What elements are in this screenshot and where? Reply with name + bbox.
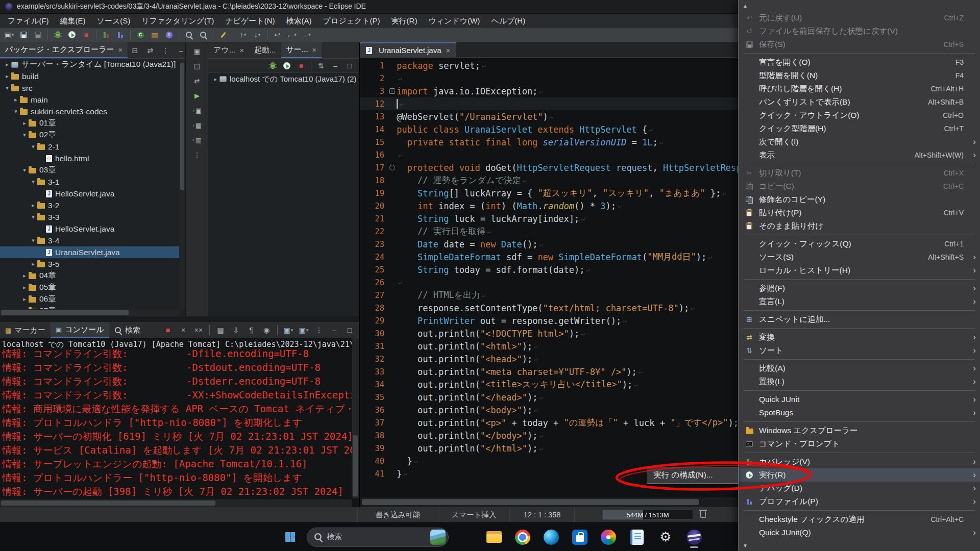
toolbar-forward-button[interactable]: →▾ <box>299 29 312 41</box>
menu-item-quick-type-hierarchy[interactable]: クイック型階層(H)Ctrl+T <box>739 122 980 135</box>
menubar-item-search[interactable]: 検索(A) <box>280 14 317 28</box>
tree-item-uranaiservlet[interactable]: UranaiServlet.java <box>0 246 179 258</box>
toolbar-open-type-button[interactable] <box>197 29 210 41</box>
menu-item-coverage-as[interactable]: カバレッジ(V)› <box>739 455 980 468</box>
console-vertical-scrollbar[interactable] <box>352 338 359 498</box>
taskbar-settings-icon[interactable] <box>654 525 677 549</box>
package-explorer-vertical-scrollbar[interactable] <box>179 59 185 309</box>
menu-item-compare-with[interactable]: 比較(A)› <box>739 362 980 375</box>
console-remove-launch-button[interactable]: × <box>177 324 190 336</box>
minimized-view-outline-button[interactable]: ▤ <box>188 60 206 71</box>
menu-item-copy-qualified-name[interactable]: 修飾名のコピー(Y) <box>739 193 980 206</box>
minimized-view-b-button[interactable]: ›▦ <box>188 119 206 131</box>
pkg-view-menu-button[interactable]: ⋮ <box>159 44 172 57</box>
garbage-collect-icon[interactable] <box>700 511 706 518</box>
console-word-wrap-button[interactable]: ¶ <box>244 324 258 336</box>
menu-item-quick-fix[interactable]: クイック・フィックス(Q)Ctrl+1 <box>739 237 980 251</box>
menu-item-source[interactable]: ソース(S)Alt+Shift+S› <box>739 251 980 264</box>
tree-item-ch04[interactable]: ▸04章 <box>0 270 179 282</box>
minimized-view-c-button[interactable]: ›▥ <box>188 134 206 145</box>
start-button[interactable] <box>278 525 302 549</box>
toolbar-debug-button[interactable] <box>51 29 64 41</box>
tree-item-ch07[interactable]: ▸07章 <box>0 305 179 309</box>
toolbar-back-button[interactable]: ←▾ <box>285 29 298 41</box>
close-icon[interactable]: × <box>312 45 316 54</box>
menu-item-windows-explorer[interactable]: Windows エクスプローラー <box>739 424 980 437</box>
toolbar-new-class-button[interactable] <box>134 29 147 41</box>
menu-item-sort[interactable]: ソート› <box>739 344 980 357</box>
tree-item-ch06[interactable]: ▸06章 <box>0 293 179 305</box>
tree-item-src[interactable]: ▾src <box>0 82 179 94</box>
menu-item-local-history[interactable]: ローカル・ヒストリー(H)› <box>739 264 980 277</box>
console-display-selected-console-button[interactable]: ▣▾ <box>282 324 295 336</box>
tab-markers[interactable]: ▦マーカー <box>0 322 51 338</box>
toolbar-new-wizard-button[interactable]: ▣▾ <box>3 29 16 41</box>
menubar-item-window[interactable]: ウィンドウ(W) <box>423 14 485 28</box>
minimized-view-launch-button[interactable]: ▶ <box>188 90 206 101</box>
menu-item-paste-as-is[interactable]: そのまま貼り付け <box>739 219 980 233</box>
toolbar-stop-button[interactable]: ■ <box>80 29 93 41</box>
taskbar-search[interactable]: 検索 <box>307 528 449 547</box>
menubar-item-source[interactable]: ソース(S) <box>91 14 136 28</box>
toolbar-new-interface-button[interactable] <box>162 29 176 41</box>
console-scroll-lock-button[interactable]: ⇩ <box>229 324 242 336</box>
tree-item-ch01[interactable]: ▸01章 <box>0 117 179 129</box>
menu-scroll-down[interactable]: ▼ <box>739 540 980 551</box>
tab-outline[interactable]: アウ...× <box>208 42 249 58</box>
console-output[interactable]: localhost での Tomcat10 (Java17) [Apache T… <box>0 338 352 498</box>
servers-debug-button[interactable] <box>266 60 279 72</box>
taskbar-app-window-icon[interactable] <box>454 525 477 549</box>
menu-item-spotbugs[interactable]: SpotBugs› <box>739 406 980 419</box>
console-clear-console-button[interactable]: ▤ <box>214 324 227 336</box>
menu-item-profile-as[interactable]: プロファイル(P)› <box>739 495 980 508</box>
tab-uranaiservlet-java[interactable]: UranaiServlet.java × <box>360 42 456 57</box>
tab-servers[interactable]: サー...× <box>281 42 322 58</box>
menu-item-show-in[interactable]: 表示Alt+Shift+W(W)› <box>739 148 980 162</box>
menu-scroll-up[interactable]: ▲ <box>739 0 980 11</box>
tree-item-main[interactable]: ▸main <box>0 94 179 106</box>
menu-item-references[interactable]: 参照(F)› <box>739 282 980 295</box>
menu-item-quick-junit[interactable]: Quick JUnit› <box>739 393 980 406</box>
close-icon[interactable]: × <box>118 45 123 54</box>
toolbar-save-all-button[interactable] <box>31 29 44 41</box>
menubar-item-file[interactable]: ファイル(F) <box>2 14 55 28</box>
menu-item-add-to-snippets[interactable]: スニペットに追加... <box>739 313 980 326</box>
console-pin-console-button[interactable]: ◉ <box>260 324 273 336</box>
servers-start-button[interactable] <box>280 60 293 72</box>
menu-item-quick-junit-q[interactable]: Quick JUnit(Q)› <box>739 526 980 539</box>
menu-item-open-declaration[interactable]: 宣言を開く(O)F3 <box>739 56 980 69</box>
tab-search[interactable]: 検索 <box>109 322 145 338</box>
menu-item-quick-outline[interactable]: クイック・アウトライン(O)Ctrl+O <box>739 109 980 122</box>
menu-item-debug-as[interactable]: デバッグ(D)› <box>739 482 980 495</box>
toolbar-last-edit-location-button[interactable]: ↩ <box>271 29 284 41</box>
menubar-item-run[interactable]: 実行(R) <box>386 14 423 28</box>
tree-item-3-5[interactable]: ▸3-5 <box>0 258 179 270</box>
console-remove-all-launches-button[interactable]: ×× <box>192 324 205 336</box>
toolbar-next-annotation-button[interactable]: ↓▾ <box>251 29 264 41</box>
tree-item-ch05[interactable]: ▸05章 <box>0 282 179 293</box>
tab-package-explorer[interactable]: パッケージ・エクスプローラー × <box>0 42 128 58</box>
toolbar-save-button[interactable] <box>17 29 30 41</box>
servers-stop-button[interactable]: ■ <box>295 60 308 72</box>
fold-collapsed-icon[interactable]: + <box>389 88 395 94</box>
menubar-item-edit[interactable]: 編集(E) <box>55 14 91 28</box>
menubar-item-project[interactable]: プロジェクト(P) <box>317 14 385 28</box>
servers-minimize-button[interactable]: – <box>329 60 342 72</box>
minimized-view-a-button[interactable]: ›▣ <box>188 105 206 116</box>
menu-item-show-in-breadcrumb[interactable]: パンくずリストで表示(B)Alt+Shift+B <box>739 95 980 109</box>
toolbar-run-button[interactable] <box>65 29 79 41</box>
menubar-item-navigate[interactable]: ナビゲート(N) <box>219 14 280 28</box>
menubar-item-refactoring[interactable]: リファクタリング(T) <box>136 14 219 28</box>
menu-item-declarations[interactable]: 宣言(L)› <box>739 295 980 308</box>
tree-item-sukkiri-servlet3-codes[interactable]: ▾sukkiri-servlet3-codes <box>0 106 179 117</box>
console-horizontal-scrollbar[interactable] <box>0 499 352 507</box>
menu-item-replace-with[interactable]: 置換(L)› <box>739 375 980 388</box>
servers-maximize-button[interactable]: □ <box>343 60 356 72</box>
toolbar-profile-button[interactable] <box>114 29 127 41</box>
menu-item-paste[interactable]: 貼り付け(P)Ctrl+V <box>739 206 980 219</box>
toolbar-coverage-button[interactable] <box>100 29 113 41</box>
taskbar-store-icon[interactable] <box>568 525 592 549</box>
tree-item-ch03[interactable]: ▾03章 <box>0 164 179 176</box>
tree-item-3-4[interactable]: ▾3-4 <box>0 235 179 246</box>
close-icon[interactable]: × <box>239 46 244 55</box>
